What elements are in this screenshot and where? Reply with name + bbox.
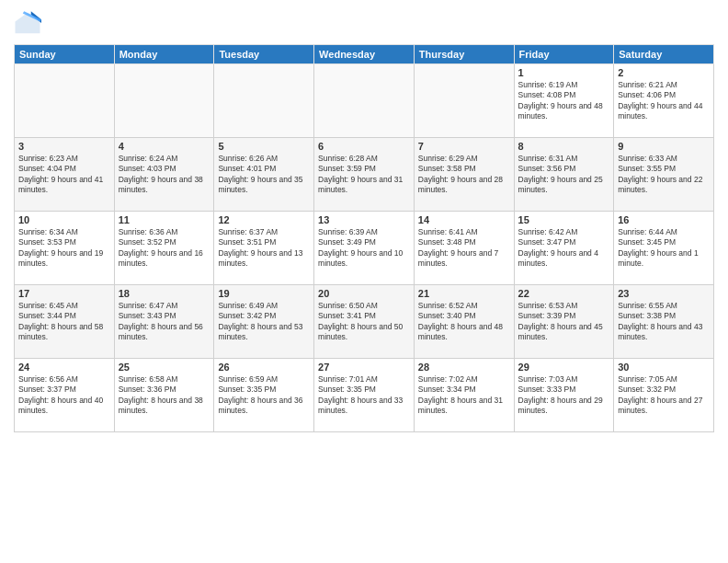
day-number: 18	[119, 288, 210, 299]
day-number: 27	[318, 362, 410, 373]
day-content: Sunrise: 6:21 AM Sunset: 4:06 PM Dayligh…	[618, 80, 710, 122]
day-number: 9	[618, 141, 710, 152]
day-content: Sunrise: 6:42 AM Sunset: 3:47 PM Dayligh…	[518, 227, 610, 270]
day-header-thursday: Thursday	[414, 45, 514, 64]
day-number: 26	[218, 362, 310, 373]
day-number: 24	[18, 362, 110, 373]
day-number: 13	[318, 214, 410, 225]
calendar-cell: 26Sunrise: 6:59 AM Sunset: 3:35 PM Dayli…	[214, 359, 314, 432]
day-header-monday: Monday	[114, 45, 214, 64]
calendar: SundayMondayTuesdayWednesdayThursdayFrid…	[14, 44, 714, 432]
day-content: Sunrise: 6:41 AM Sunset: 3:48 PM Dayligh…	[418, 227, 510, 270]
day-number: 10	[18, 214, 110, 225]
day-number: 21	[418, 288, 510, 299]
day-number: 5	[218, 141, 310, 152]
day-number: 15	[518, 214, 610, 225]
day-content: Sunrise: 6:50 AM Sunset: 3:41 PM Dayligh…	[318, 301, 410, 343]
week-row-3: 17Sunrise: 6:45 AM Sunset: 3:44 PM Dayli…	[15, 285, 714, 359]
day-number: 2	[618, 67, 710, 78]
day-content: Sunrise: 7:03 AM Sunset: 3:33 PM Dayligh…	[518, 374, 610, 417]
day-content: Sunrise: 7:01 AM Sunset: 3:35 PM Dayligh…	[318, 374, 410, 417]
day-content: Sunrise: 6:53 AM Sunset: 3:39 PM Dayligh…	[518, 301, 610, 343]
day-header-sunday: Sunday	[15, 45, 115, 64]
day-content: Sunrise: 6:24 AM Sunset: 4:03 PM Dayligh…	[119, 154, 210, 196]
day-number: 14	[418, 214, 510, 225]
day-content: Sunrise: 6:23 AM Sunset: 4:04 PM Dayligh…	[18, 154, 110, 196]
day-number: 4	[119, 141, 210, 152]
calendar-cell: 8Sunrise: 6:31 AM Sunset: 3:56 PM Daylig…	[514, 138, 614, 212]
week-row-4: 24Sunrise: 6:56 AM Sunset: 3:37 PM Dayli…	[15, 359, 714, 432]
calendar-cell: 5Sunrise: 6:26 AM Sunset: 4:01 PM Daylig…	[214, 138, 314, 212]
day-number: 22	[518, 288, 610, 299]
calendar-cell: 13Sunrise: 6:39 AM Sunset: 3:49 PM Dayli…	[314, 212, 415, 285]
logo-icon	[14, 9, 41, 37]
calendar-cell: 7Sunrise: 6:29 AM Sunset: 3:58 PM Daylig…	[414, 138, 514, 212]
calendar-cell	[15, 64, 115, 138]
day-content: Sunrise: 6:58 AM Sunset: 3:36 PM Dayligh…	[119, 374, 210, 417]
day-content: Sunrise: 6:45 AM Sunset: 3:44 PM Dayligh…	[18, 301, 110, 343]
day-header-tuesday: Tuesday	[214, 45, 314, 64]
day-content: Sunrise: 6:19 AM Sunset: 4:08 PM Dayligh…	[518, 80, 610, 122]
day-content: Sunrise: 6:47 AM Sunset: 3:43 PM Dayligh…	[119, 301, 210, 343]
week-row-0: 1Sunrise: 6:19 AM Sunset: 4:08 PM Daylig…	[15, 64, 714, 138]
calendar-cell: 23Sunrise: 6:55 AM Sunset: 3:38 PM Dayli…	[614, 285, 714, 359]
calendar-cell	[414, 64, 514, 138]
day-number: 23	[618, 288, 710, 299]
day-number: 8	[518, 141, 610, 152]
day-number: 6	[318, 141, 410, 152]
header	[14, 9, 714, 37]
calendar-cell: 6Sunrise: 6:28 AM Sunset: 3:59 PM Daylig…	[314, 138, 415, 212]
calendar-cell: 19Sunrise: 6:49 AM Sunset: 3:42 PM Dayli…	[214, 285, 314, 359]
day-content: Sunrise: 7:05 AM Sunset: 3:32 PM Dayligh…	[618, 374, 710, 417]
calendar-cell: 22Sunrise: 6:53 AM Sunset: 3:39 PM Dayli…	[514, 285, 614, 359]
day-content: Sunrise: 6:39 AM Sunset: 3:49 PM Dayligh…	[318, 227, 410, 270]
day-number: 25	[119, 362, 210, 373]
calendar-cell: 25Sunrise: 6:58 AM Sunset: 3:36 PM Dayli…	[114, 359, 214, 432]
week-row-1: 3Sunrise: 6:23 AM Sunset: 4:04 PM Daylig…	[15, 138, 714, 212]
calendar-cell: 30Sunrise: 7:05 AM Sunset: 3:32 PM Dayli…	[614, 359, 714, 432]
calendar-cell: 4Sunrise: 6:24 AM Sunset: 4:03 PM Daylig…	[114, 138, 214, 212]
day-number: 7	[418, 141, 510, 152]
day-number: 29	[518, 362, 610, 373]
calendar-cell: 14Sunrise: 6:41 AM Sunset: 3:48 PM Dayli…	[414, 212, 514, 285]
day-number: 1	[518, 67, 610, 78]
calendar-cell: 2Sunrise: 6:21 AM Sunset: 4:06 PM Daylig…	[614, 64, 714, 138]
day-number: 28	[418, 362, 510, 373]
day-content: Sunrise: 6:26 AM Sunset: 4:01 PM Dayligh…	[218, 154, 310, 196]
day-number: 3	[18, 141, 110, 152]
day-header-wednesday: Wednesday	[314, 45, 415, 64]
calendar-cell: 17Sunrise: 6:45 AM Sunset: 3:44 PM Dayli…	[15, 285, 115, 359]
calendar-cell: 27Sunrise: 7:01 AM Sunset: 3:35 PM Dayli…	[314, 359, 415, 432]
day-number: 19	[218, 288, 310, 299]
day-content: Sunrise: 6:56 AM Sunset: 3:37 PM Dayligh…	[18, 374, 110, 417]
day-content: Sunrise: 6:34 AM Sunset: 3:53 PM Dayligh…	[18, 227, 110, 270]
day-header-saturday: Saturday	[614, 45, 714, 64]
calendar-cell	[314, 64, 415, 138]
day-content: Sunrise: 6:33 AM Sunset: 3:55 PM Dayligh…	[618, 154, 710, 196]
calendar-cell: 24Sunrise: 6:56 AM Sunset: 3:37 PM Dayli…	[15, 359, 115, 432]
day-content: Sunrise: 6:37 AM Sunset: 3:51 PM Dayligh…	[218, 227, 310, 270]
calendar-cell: 3Sunrise: 6:23 AM Sunset: 4:04 PM Daylig…	[15, 138, 115, 212]
day-number: 20	[318, 288, 410, 299]
day-content: Sunrise: 6:36 AM Sunset: 3:52 PM Dayligh…	[119, 227, 210, 270]
logo	[14, 9, 45, 37]
calendar-cell: 10Sunrise: 6:34 AM Sunset: 3:53 PM Dayli…	[15, 212, 115, 285]
calendar-cell: 9Sunrise: 6:33 AM Sunset: 3:55 PM Daylig…	[614, 138, 714, 212]
day-content: Sunrise: 6:55 AM Sunset: 3:38 PM Dayligh…	[618, 301, 710, 343]
calendar-cell: 15Sunrise: 6:42 AM Sunset: 3:47 PM Dayli…	[514, 212, 614, 285]
day-content: Sunrise: 6:59 AM Sunset: 3:35 PM Dayligh…	[218, 374, 310, 417]
calendar-header-row: SundayMondayTuesdayWednesdayThursdayFrid…	[15, 45, 714, 64]
calendar-cell: 1Sunrise: 6:19 AM Sunset: 4:08 PM Daylig…	[514, 64, 614, 138]
day-content: Sunrise: 6:28 AM Sunset: 3:59 PM Dayligh…	[318, 154, 410, 196]
page: SundayMondayTuesdayWednesdayThursdayFrid…	[0, 0, 728, 563]
calendar-cell	[214, 64, 314, 138]
calendar-cell: 18Sunrise: 6:47 AM Sunset: 3:43 PM Dayli…	[114, 285, 214, 359]
calendar-cell: 21Sunrise: 6:52 AM Sunset: 3:40 PM Dayli…	[414, 285, 514, 359]
calendar-cell: 16Sunrise: 6:44 AM Sunset: 3:45 PM Dayli…	[614, 212, 714, 285]
day-number: 11	[119, 214, 210, 225]
day-content: Sunrise: 6:49 AM Sunset: 3:42 PM Dayligh…	[218, 301, 310, 343]
day-content: Sunrise: 6:44 AM Sunset: 3:45 PM Dayligh…	[618, 227, 710, 270]
day-content: Sunrise: 6:31 AM Sunset: 3:56 PM Dayligh…	[518, 154, 610, 196]
day-number: 17	[18, 288, 110, 299]
calendar-cell: 28Sunrise: 7:02 AM Sunset: 3:34 PM Dayli…	[414, 359, 514, 432]
